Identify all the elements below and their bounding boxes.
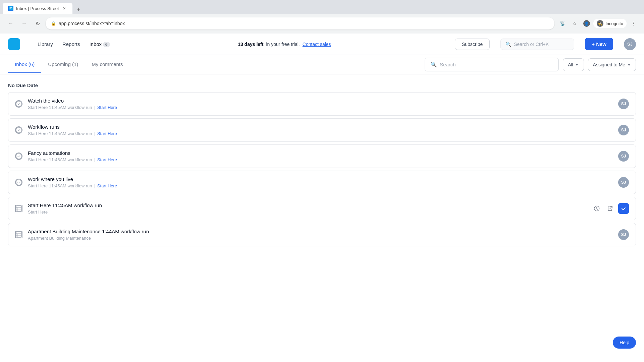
inbox-count-badge: 6	[103, 42, 110, 47]
item-content: Apartment Building Maintenance 1:44AM wo…	[28, 229, 614, 241]
tab-comments[interactable]: My comments	[85, 56, 129, 73]
list-search-filter[interactable]: 🔍 Search	[425, 58, 559, 71]
item-title: Watch the video	[28, 98, 614, 104]
item-subtitle: Start Here	[28, 209, 591, 215]
all-filter-button[interactable]: All ▼	[563, 58, 584, 71]
incognito-icon: 🕵	[597, 20, 603, 27]
svg-point-1	[16, 101, 21, 107]
trial-bold-text: 13 days left	[238, 42, 263, 47]
clock-icon[interactable]	[591, 203, 602, 214]
item-subtitle: Start Here 11:45AM workflow run | Start …	[28, 157, 614, 162]
chevron-down-icon: ▼	[575, 63, 579, 67]
tab-favicon	[8, 6, 13, 11]
contact-sales-link[interactable]: Contact sales	[303, 42, 331, 47]
item-title: Fancy automations	[28, 150, 614, 156]
new-tab-button[interactable]: +	[74, 5, 83, 14]
back-button[interactable]: ←	[5, 18, 16, 29]
item-link[interactable]: Start Here	[97, 131, 117, 136]
tab-title: Inbox | Process Street	[16, 6, 59, 11]
content-area: Inbox (6) Upcoming (1) My comments 🔍 Sea…	[0, 55, 644, 362]
top-nav: Library Reports Inbox6 13 days left in y…	[0, 34, 644, 55]
address-text: app.process.st/inbox?tab=inbox	[59, 21, 549, 26]
tab-inbox[interactable]: Inbox (6)	[8, 56, 41, 73]
item-avatar: SJ	[618, 99, 629, 109]
reports-nav-link[interactable]: Reports	[58, 39, 84, 49]
search-icon: 🔍	[505, 42, 511, 47]
search-bar-placeholder: Search or Ctrl+K	[514, 42, 549, 47]
item-title: Apartment Building Maintenance 1:44AM wo…	[28, 229, 614, 234]
external-link-icon[interactable]	[605, 203, 615, 214]
tab-close-button[interactable]: ✕	[62, 6, 67, 11]
item-content: Workflow runs Start Here 11:45AM workflo…	[28, 124, 614, 136]
item-link[interactable]: Start Here	[97, 157, 117, 162]
library-nav-link[interactable]: Library	[34, 39, 57, 49]
svg-point-2	[16, 127, 21, 133]
item-content: Start Here 11:45AM workflow run Start He…	[28, 202, 591, 215]
bookmark-button[interactable]: ☆	[569, 18, 580, 29]
item-subtitle: Apartment Building Maintenance	[28, 236, 614, 241]
item-content: Work where you live Start Here 11:45AM w…	[28, 176, 614, 188]
item-subtitle: Start Here 11:45AM workflow run | Start …	[28, 183, 614, 188]
list-item[interactable]: Watch the video Start Here 11:45AM workf…	[8, 92, 636, 116]
svg-point-4	[16, 180, 21, 185]
incognito-label: Incognito	[605, 21, 623, 26]
tabs-row: Inbox (6) Upcoming (1) My comments 🔍 Sea…	[0, 55, 644, 74]
profile-button[interactable]: 👤	[581, 18, 592, 29]
cast-button[interactable]: 📡	[557, 18, 568, 29]
reload-button[interactable]: ↻	[32, 18, 43, 29]
assigned-filter-button[interactable]: Assigned to Me ▼	[588, 58, 636, 71]
item-link[interactable]: Start Here	[97, 105, 117, 110]
item-subtitle: Start Here 11:45AM workflow run | Start …	[28, 105, 614, 110]
active-tab[interactable]: Inbox | Process Street ✕	[3, 3, 72, 14]
menu-button[interactable]: ⋮	[628, 18, 639, 29]
svg-rect-5	[16, 206, 21, 211]
browser-chrome: Inbox | Process Street ✕ + ← → ↻ 🔒 app.p…	[0, 0, 644, 34]
item-checkbox[interactable]	[15, 100, 22, 108]
global-search-bar[interactable]: 🔍 Search or Ctrl+K	[500, 39, 574, 50]
item-content: Watch the video Start Here 11:45AM workf…	[28, 98, 614, 110]
item-table-icon	[15, 205, 22, 212]
complete-icon[interactable]	[618, 203, 629, 214]
item-checkbox[interactable]	[15, 153, 22, 160]
list-item[interactable]: Start Here 11:45AM workflow run Start He…	[8, 197, 636, 220]
browser-actions: 📡 ☆ 👤 🕵 Incognito ⋮	[557, 18, 639, 29]
item-title: Workflow runs	[28, 124, 614, 130]
trial-banner: 13 days left in your free trial. Contact…	[125, 42, 444, 47]
tab-upcoming[interactable]: Upcoming (1)	[41, 56, 85, 73]
list-item[interactable]: Work where you live Start Here 11:45AM w…	[8, 171, 636, 194]
item-title: Work where you live	[28, 176, 614, 182]
main-list: No Due Date Watch the video Start Here 1…	[0, 74, 644, 362]
list-item[interactable]: Workflow runs Start Here 11:45AM workflo…	[8, 118, 636, 142]
svg-point-3	[16, 154, 21, 159]
list-item[interactable]: Fancy automations Start Here 11:45AM wor…	[8, 144, 636, 168]
help-button[interactable]: Help	[613, 337, 636, 349]
item-title: Start Here 11:45AM workflow run	[28, 202, 591, 208]
logo[interactable]	[8, 38, 20, 50]
item-content: Fancy automations Start Here 11:45AM wor…	[28, 150, 614, 162]
item-avatar: SJ	[618, 125, 629, 135]
address-bar-row: ← → ↻ 🔒 app.process.st/inbox?tab=inbox 📡…	[0, 14, 644, 33]
new-button[interactable]: + New	[585, 38, 613, 50]
item-checkbox[interactable]	[15, 126, 22, 134]
item-actions	[591, 203, 629, 214]
chevron-down-icon-2: ▼	[627, 63, 631, 67]
item-avatar: SJ	[618, 177, 629, 188]
list-item[interactable]: Apartment Building Maintenance 1:44AM wo…	[8, 223, 636, 246]
forward-button[interactable]: →	[19, 18, 30, 29]
nav-links: Library Reports Inbox6	[34, 39, 114, 49]
inbox-nav-link[interactable]: Inbox6	[85, 39, 114, 49]
lock-icon: 🔒	[51, 21, 56, 26]
item-link[interactable]: Start Here	[97, 183, 117, 188]
svg-rect-11	[16, 232, 21, 237]
user-avatar[interactable]: SJ	[624, 38, 636, 50]
list-search-placeholder: Search	[440, 62, 456, 67]
subscribe-button[interactable]: Subscribe	[455, 39, 490, 50]
item-avatar: SJ	[618, 229, 629, 240]
item-avatar: SJ	[618, 151, 629, 162]
list-search-icon: 🔍	[430, 61, 437, 68]
item-checkbox[interactable]	[15, 179, 22, 186]
address-bar[interactable]: 🔒 app.process.st/inbox?tab=inbox	[46, 17, 554, 29]
item-table-icon	[15, 231, 22, 238]
tab-bar: Inbox | Process Street ✕ +	[0, 0, 644, 14]
section-header: No Due Date	[8, 74, 636, 92]
